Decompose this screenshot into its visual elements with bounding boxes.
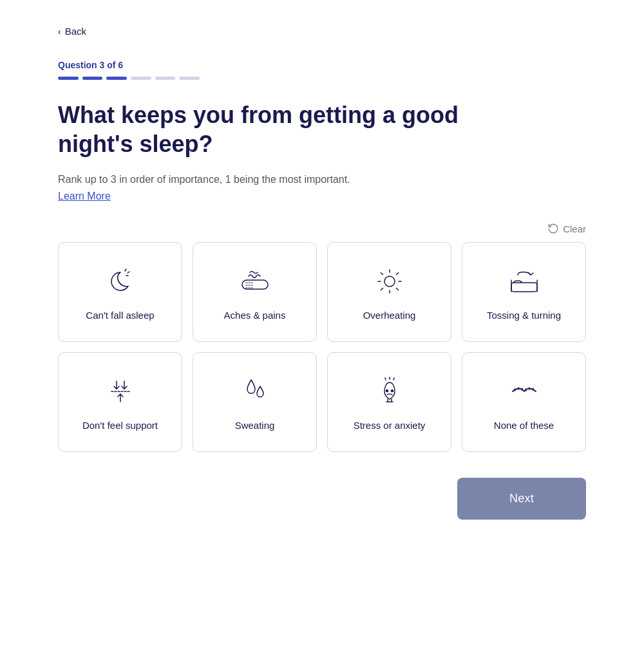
next-row: Next [58, 478, 586, 545]
aches-pains-icon [238, 265, 272, 298]
none-of-these-icon [507, 375, 541, 408]
tossing-turning-icon [507, 265, 541, 298]
question-label: Question 3 of 6 [58, 60, 586, 70]
progress-seg-2 [82, 77, 103, 80]
sweating-icon [238, 375, 272, 408]
stress-anxiety-label: Stress or anxiety [354, 419, 426, 432]
svg-line-27 [393, 378, 394, 380]
svg-line-34 [526, 389, 526, 391]
progress-section: Question 3 of 6 [58, 60, 586, 80]
svg-line-25 [385, 378, 386, 380]
clear-row: Clear [58, 223, 586, 234]
cant-fall-asleep-label: Can't fall asleep [86, 308, 154, 322]
svg-line-12 [381, 273, 383, 275]
svg-line-33 [522, 388, 522, 390]
svg-line-15 [381, 288, 383, 290]
overheating-label: Overheating [363, 308, 416, 322]
progress-seg-1 [58, 77, 79, 80]
question-title: What keeps you from getting a good night… [58, 100, 509, 158]
option-none-of-these[interactable]: None of these [462, 352, 586, 452]
option-tossing-turning[interactable]: Tossing & turning [462, 242, 586, 342]
none-of-these-label: None of these [494, 419, 554, 432]
overheating-icon [373, 265, 406, 298]
progress-bar [58, 77, 200, 80]
tossing-turning-label: Tossing & turning [487, 308, 561, 322]
sweating-label: Sweating [235, 419, 275, 432]
progress-seg-3 [106, 77, 127, 80]
option-aches-pains[interactable]: Aches & pains [193, 242, 317, 342]
svg-point-7 [384, 276, 395, 287]
option-cant-fall-asleep[interactable]: Can't fall asleep [58, 242, 182, 342]
back-label: Back [65, 26, 86, 37]
progress-seg-4 [131, 77, 151, 80]
options-grid: Can't fall asleep Aches & pains [58, 242, 586, 452]
back-button[interactable]: ‹ Back [58, 26, 586, 37]
option-overheating[interactable]: Overheating [327, 242, 451, 342]
svg-line-1 [128, 272, 129, 273]
clear-button[interactable]: Clear [547, 223, 586, 234]
progress-seg-5 [155, 77, 176, 80]
clear-label: Clear [563, 223, 586, 234]
option-sweating[interactable]: Sweating [193, 352, 317, 452]
svg-line-14 [396, 273, 398, 275]
svg-line-0 [125, 269, 126, 271]
chevron-left-icon: ‹ [58, 26, 61, 37]
aches-pains-label: Aches & pains [224, 308, 286, 322]
svg-line-31 [515, 389, 515, 391]
svg-rect-16 [511, 283, 537, 292]
next-button[interactable]: Next [457, 478, 586, 520]
learn-more-link[interactable]: Learn More [58, 191, 111, 202]
progress-seg-6 [179, 77, 200, 80]
cant-fall-asleep-icon [104, 265, 137, 298]
question-subtitle: Rank up to 3 in order of importance, 1 b… [58, 174, 586, 185]
dont-feel-support-icon [104, 375, 137, 408]
option-stress-anxiety[interactable]: Stress or anxiety [327, 352, 451, 452]
svg-line-36 [533, 388, 533, 390]
svg-point-23 [386, 390, 388, 392]
refresh-icon [547, 223, 559, 234]
svg-line-13 [396, 288, 398, 290]
option-dont-feel-support[interactable]: Don't feel support [58, 352, 182, 452]
stress-anxiety-icon [373, 375, 406, 408]
dont-feel-support-label: Don't feel support [82, 419, 158, 432]
svg-point-24 [391, 390, 393, 392]
